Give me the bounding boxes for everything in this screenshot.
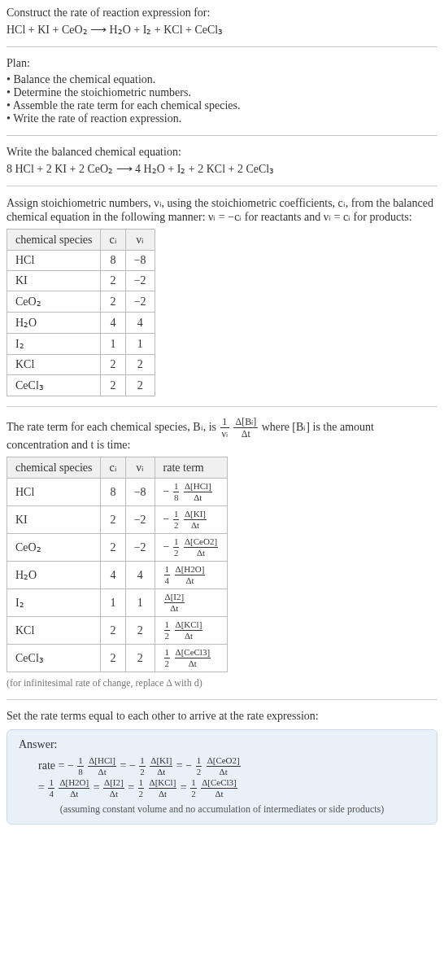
- divider: [7, 46, 437, 47]
- cell-species: H₂O: [7, 313, 101, 334]
- cell-species: CeCl₃: [7, 645, 101, 672]
- cell-rateterm: − 12 Δ[KI]Δt: [155, 506, 227, 534]
- cell-rateterm: 12 Δ[KCl]Δt: [155, 617, 227, 645]
- cell-ci: 8: [101, 251, 125, 271]
- cell-species: KI: [7, 506, 101, 534]
- cell-vi: 2: [125, 355, 155, 375]
- cell-ci: 8: [101, 479, 125, 506]
- table-row: CeCl₃22: [7, 375, 155, 396]
- coef-frac: 12: [138, 778, 145, 798]
- stoich-table: chemical species cᵢ νᵢ HCl8−8KI2−2CeO₂2−…: [7, 229, 155, 396]
- cell-vi: 2: [125, 375, 155, 396]
- balanced-equation: 8 HCl + 2 KI + 2 CeO₂ ⟶ 4 H₂O + I₂ + 2 K…: [7, 162, 437, 176]
- delta-frac: Δ[KCl]Δt: [149, 778, 177, 798]
- cell-species: HCl: [7, 251, 101, 271]
- cell-ci: 2: [101, 375, 125, 396]
- intro-equation: HCl + KI + CeO₂ ⟶ H₂O + I₂ + KCl + CeCl₃: [7, 23, 437, 37]
- cell-vi: 2: [125, 617, 155, 645]
- table-row: H₂O4414 Δ[H2O]Δt: [7, 562, 228, 589]
- table-row: KCl22: [7, 355, 155, 375]
- table-row: CeO₂2−2: [7, 291, 155, 313]
- delta-frac: Δ[I2]Δt: [103, 778, 124, 798]
- coef-frac: 12: [164, 620, 171, 641]
- balanced-section: Write the balanced chemical equation: 8 …: [7, 146, 437, 176]
- divider: [7, 186, 437, 186]
- cell-rateterm: 12 Δ[CeCl3]Δt: [155, 645, 227, 672]
- coef-frac: 12: [164, 648, 171, 668]
- table-row: HCl8−8: [7, 251, 155, 271]
- cell-vi: 4: [125, 562, 155, 589]
- rateterm-table: chemical species cᵢ νᵢ rate term HCl8−8−…: [7, 457, 228, 672]
- cell-species: KI: [7, 271, 101, 291]
- coef-frac: 12: [196, 756, 202, 777]
- delta-frac: Δ[H2O]Δt: [175, 565, 206, 585]
- rate-label: rate =: [38, 759, 67, 772]
- cell-vi: 4: [125, 313, 155, 334]
- cell-species: I₂: [7, 334, 101, 355]
- table-row: HCl8−8− 18 Δ[HCl]Δt: [7, 479, 228, 506]
- delta-frac: Δ[CeCl3]Δt: [175, 648, 211, 668]
- cell-ci: 4: [101, 313, 125, 334]
- cell-rateterm: Δ[I2]Δt: [155, 589, 227, 617]
- cell-ci: 1: [101, 334, 125, 355]
- table-row: I₂11: [7, 334, 155, 355]
- cell-rateterm: − 12 Δ[CeO2]Δt: [155, 534, 227, 562]
- cell-ci: 2: [101, 355, 125, 375]
- cell-vi: −2: [125, 534, 155, 562]
- coef-frac: 14: [164, 565, 171, 585]
- delta-frac: Δ[HCl]Δt: [184, 482, 212, 502]
- rateterm-frac-1-over-vi: 1νᵢ: [220, 417, 229, 439]
- rateterm-section: The rate term for each chemical species,…: [7, 417, 437, 689]
- cell-species: HCl: [7, 479, 101, 506]
- coef-frac: 12: [139, 756, 146, 777]
- plan-item: Balance the chemical equation.: [7, 73, 437, 86]
- assumption-note: (assuming constant volume and no accumul…: [19, 803, 425, 816]
- rateterm-intro: The rate term for each chemical species,…: [7, 417, 437, 452]
- cell-species: KCl: [7, 617, 101, 645]
- delta-frac: Δ[KCl]Δt: [175, 620, 203, 641]
- final-section: Set the rate terms equal to each other t…: [7, 710, 437, 825]
- cell-ci: 4: [101, 562, 125, 589]
- rateterm-intro-a: The rate term for each chemical species,…: [7, 421, 220, 433]
- divider: [7, 135, 437, 136]
- table-row: CeO₂2−2− 12 Δ[CeO2]Δt: [7, 534, 228, 562]
- cell-species: H₂O: [7, 562, 101, 589]
- delta-frac: Δ[CeCl3]Δt: [201, 778, 237, 798]
- cell-ci: 2: [101, 534, 125, 562]
- cell-species: CeO₂: [7, 534, 101, 562]
- rate-line-2: = 14 Δ[H2O]Δt = Δ[I2]Δt = 12 Δ[KCl]Δt = …: [38, 778, 425, 798]
- divider: [7, 699, 437, 700]
- final-intro: Set the rate terms equal to each other t…: [7, 710, 437, 723]
- cell-species: I₂: [7, 589, 101, 617]
- table-row: KCl2212 Δ[KCl]Δt: [7, 617, 228, 645]
- delta-frac: Δ[CeO2]Δt: [184, 537, 218, 558]
- plan-title: Plan:: [7, 57, 437, 70]
- divider: [7, 406, 437, 407]
- delta-frac: Δ[I2]Δt: [164, 593, 185, 613]
- cell-ci: 2: [101, 645, 125, 672]
- coef-frac: 14: [48, 778, 54, 798]
- cell-species: CeCl₃: [7, 375, 101, 396]
- th-ci: cᵢ: [101, 230, 125, 251]
- answer-label: Answer:: [19, 738, 425, 751]
- intro-section: Construct the rate of reaction expressio…: [7, 7, 437, 37]
- th-vi: νᵢ: [125, 230, 155, 251]
- plan-item: Assemble the rate term for each chemical…: [7, 99, 437, 112]
- rate-line-1: rate = − 18 Δ[HCl]Δt = − 12 Δ[KI]Δt = − …: [38, 756, 425, 777]
- cell-vi: 2: [125, 645, 155, 672]
- cell-ci: 2: [101, 291, 125, 313]
- balanced-title: Write the balanced chemical equation:: [7, 146, 437, 159]
- table-row: CeCl₃2212 Δ[CeCl3]Δt: [7, 645, 228, 672]
- th-species: chemical species: [7, 457, 101, 479]
- cell-rateterm: − 18 Δ[HCl]Δt: [155, 479, 227, 506]
- cell-vi: 1: [125, 334, 155, 355]
- plan-list: Balance the chemical equation. Determine…: [7, 73, 437, 125]
- coef-frac: 18: [77, 756, 84, 777]
- coef-frac: 12: [173, 510, 180, 530]
- plan-item: Write the rate of reaction expression.: [7, 112, 437, 125]
- delta-frac: Δ[CeO2]Δt: [207, 756, 241, 777]
- cell-ci: 1: [101, 589, 125, 617]
- cell-vi: −2: [125, 271, 155, 291]
- cell-ci: 2: [101, 617, 125, 645]
- cell-rateterm: 14 Δ[H2O]Δt: [155, 562, 227, 589]
